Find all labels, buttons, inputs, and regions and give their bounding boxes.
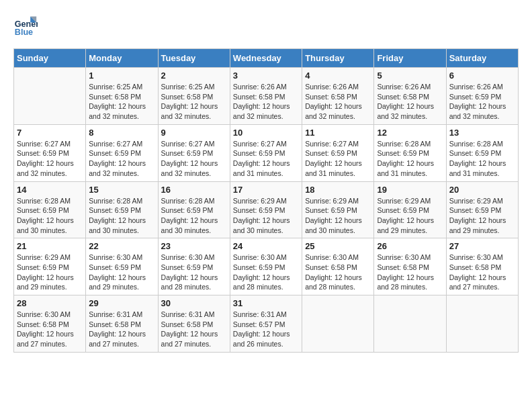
cell-5-1: 28Sunrise: 6:30 AM Sunset: 6:58 PM Dayli… xyxy=(14,295,86,353)
cell-info: Sunrise: 6:27 AM Sunset: 6:59 PM Dayligh… xyxy=(233,139,299,179)
header-sunday: Sunday xyxy=(14,49,86,68)
day-number: 22 xyxy=(89,241,154,251)
cell-2-5: 11Sunrise: 6:27 AM Sunset: 6:59 PM Dayli… xyxy=(302,124,374,181)
cell-info: Sunrise: 6:30 AM Sunset: 6:59 PM Dayligh… xyxy=(161,253,227,292)
day-number: 17 xyxy=(233,185,299,195)
page-header: General Blue xyxy=(13,13,519,38)
cell-4-1: 21Sunrise: 6:29 AM Sunset: 6:59 PM Dayli… xyxy=(14,238,86,295)
cell-info: Sunrise: 6:27 AM Sunset: 6:59 PM Dayligh… xyxy=(161,139,227,179)
day-number: 4 xyxy=(305,71,371,81)
cell-info: Sunrise: 6:26 AM Sunset: 6:58 PM Dayligh… xyxy=(377,82,443,122)
cell-4-2: 22Sunrise: 6:30 AM Sunset: 6:59 PM Dayli… xyxy=(86,238,158,295)
cell-5-7 xyxy=(446,295,518,353)
cell-info: Sunrise: 6:25 AM Sunset: 6:58 PM Dayligh… xyxy=(161,82,227,122)
header-tuesday: Tuesday xyxy=(158,49,230,68)
cell-info: Sunrise: 6:28 AM Sunset: 6:59 PM Dayligh… xyxy=(89,196,154,236)
header-friday: Friday xyxy=(374,49,446,68)
cell-info: Sunrise: 6:29 AM Sunset: 6:59 PM Dayligh… xyxy=(449,196,515,236)
day-number: 5 xyxy=(377,71,443,81)
cell-1-4: 3Sunrise: 6:26 AM Sunset: 6:58 PM Daylig… xyxy=(230,68,302,125)
cell-info: Sunrise: 6:28 AM Sunset: 6:59 PM Dayligh… xyxy=(161,196,227,236)
week-row-4: 21Sunrise: 6:29 AM Sunset: 6:59 PM Dayli… xyxy=(14,238,519,295)
day-number: 16 xyxy=(161,185,227,195)
calendar-table: SundayMondayTuesdayWednesdayThursdayFrid… xyxy=(13,48,519,353)
cell-3-7: 20Sunrise: 6:29 AM Sunset: 6:59 PM Dayli… xyxy=(446,181,518,238)
cell-4-7: 27Sunrise: 6:30 AM Sunset: 6:58 PM Dayli… xyxy=(446,238,518,295)
day-number: 19 xyxy=(377,185,443,195)
day-number: 28 xyxy=(17,298,83,308)
header-thursday: Thursday xyxy=(302,49,374,68)
day-number: 15 xyxy=(89,185,154,195)
day-number: 10 xyxy=(233,128,299,138)
day-number: 31 xyxy=(233,298,299,308)
cell-1-2: 1Sunrise: 6:25 AM Sunset: 6:58 PM Daylig… xyxy=(86,68,158,125)
cell-1-6: 5Sunrise: 6:26 AM Sunset: 6:58 PM Daylig… xyxy=(374,68,446,125)
header-saturday: Saturday xyxy=(446,49,518,68)
cell-info: Sunrise: 6:30 AM Sunset: 6:58 PM Dayligh… xyxy=(17,310,83,349)
svg-text:Blue: Blue xyxy=(15,28,33,37)
day-number: 30 xyxy=(161,298,227,308)
day-number: 3 xyxy=(233,71,299,81)
cell-info: Sunrise: 6:26 AM Sunset: 6:59 PM Dayligh… xyxy=(449,82,515,122)
cell-2-4: 10Sunrise: 6:27 AM Sunset: 6:59 PM Dayli… xyxy=(230,124,302,181)
cell-info: Sunrise: 6:28 AM Sunset: 6:59 PM Dayligh… xyxy=(449,139,515,179)
cell-info: Sunrise: 6:25 AM Sunset: 6:58 PM Dayligh… xyxy=(89,82,154,122)
cell-info: Sunrise: 6:30 AM Sunset: 6:58 PM Dayligh… xyxy=(305,253,371,292)
day-number: 1 xyxy=(89,71,154,81)
day-number: 25 xyxy=(305,241,371,251)
cell-info: Sunrise: 6:29 AM Sunset: 6:59 PM Dayligh… xyxy=(17,253,83,292)
cell-info: Sunrise: 6:29 AM Sunset: 6:59 PM Dayligh… xyxy=(305,196,371,236)
cell-3-3: 16Sunrise: 6:28 AM Sunset: 6:59 PM Dayli… xyxy=(158,181,230,238)
day-number: 26 xyxy=(377,241,443,251)
cell-info: Sunrise: 6:26 AM Sunset: 6:58 PM Dayligh… xyxy=(233,82,299,122)
cell-info: Sunrise: 6:31 AM Sunset: 6:58 PM Dayligh… xyxy=(89,310,154,349)
day-number: 27 xyxy=(449,241,515,251)
day-number: 8 xyxy=(89,128,154,138)
calendar-header-row: SundayMondayTuesdayWednesdayThursdayFrid… xyxy=(14,49,519,68)
cell-5-5 xyxy=(302,295,374,353)
day-number: 7 xyxy=(17,128,83,138)
header-monday: Monday xyxy=(86,49,158,68)
cell-5-4: 31Sunrise: 6:31 AM Sunset: 6:57 PM Dayli… xyxy=(230,295,302,353)
cell-info: Sunrise: 6:26 AM Sunset: 6:58 PM Dayligh… xyxy=(305,82,371,122)
cell-3-5: 18Sunrise: 6:29 AM Sunset: 6:59 PM Dayli… xyxy=(302,181,374,238)
cell-4-6: 26Sunrise: 6:30 AM Sunset: 6:58 PM Dayli… xyxy=(374,238,446,295)
cell-info: Sunrise: 6:27 AM Sunset: 6:59 PM Dayligh… xyxy=(305,139,371,179)
day-number: 2 xyxy=(161,71,227,81)
cell-5-6 xyxy=(374,295,446,353)
week-row-2: 7Sunrise: 6:27 AM Sunset: 6:59 PM Daylig… xyxy=(14,124,519,181)
cell-4-5: 25Sunrise: 6:30 AM Sunset: 6:58 PM Dayli… xyxy=(302,238,374,295)
day-number: 14 xyxy=(17,185,83,195)
cell-info: Sunrise: 6:27 AM Sunset: 6:59 PM Dayligh… xyxy=(17,139,83,179)
cell-2-3: 9Sunrise: 6:27 AM Sunset: 6:59 PM Daylig… xyxy=(158,124,230,181)
cell-4-4: 24Sunrise: 6:30 AM Sunset: 6:59 PM Dayli… xyxy=(230,238,302,295)
cell-info: Sunrise: 6:30 AM Sunset: 6:59 PM Dayligh… xyxy=(233,253,299,292)
cell-3-6: 19Sunrise: 6:29 AM Sunset: 6:59 PM Dayli… xyxy=(374,181,446,238)
cell-info: Sunrise: 6:28 AM Sunset: 6:59 PM Dayligh… xyxy=(377,139,443,179)
day-number: 21 xyxy=(17,241,83,251)
cell-info: Sunrise: 6:29 AM Sunset: 6:59 PM Dayligh… xyxy=(377,196,443,236)
logo-icon: General Blue xyxy=(13,13,38,38)
week-row-5: 28Sunrise: 6:30 AM Sunset: 6:58 PM Dayli… xyxy=(14,295,519,353)
header-wednesday: Wednesday xyxy=(230,49,302,68)
cell-info: Sunrise: 6:31 AM Sunset: 6:58 PM Dayligh… xyxy=(161,310,227,349)
cell-3-4: 17Sunrise: 6:29 AM Sunset: 6:59 PM Dayli… xyxy=(230,181,302,238)
cell-info: Sunrise: 6:28 AM Sunset: 6:59 PM Dayligh… xyxy=(17,196,83,236)
cell-2-6: 12Sunrise: 6:28 AM Sunset: 6:59 PM Dayli… xyxy=(374,124,446,181)
calendar-body: 1Sunrise: 6:25 AM Sunset: 6:58 PM Daylig… xyxy=(14,68,519,353)
cell-2-7: 13Sunrise: 6:28 AM Sunset: 6:59 PM Dayli… xyxy=(446,124,518,181)
cell-1-3: 2Sunrise: 6:25 AM Sunset: 6:58 PM Daylig… xyxy=(158,68,230,125)
cell-info: Sunrise: 6:29 AM Sunset: 6:59 PM Dayligh… xyxy=(233,196,299,236)
day-number: 29 xyxy=(89,298,154,308)
cell-1-7: 6Sunrise: 6:26 AM Sunset: 6:59 PM Daylig… xyxy=(446,68,518,125)
cell-3-2: 15Sunrise: 6:28 AM Sunset: 6:59 PM Dayli… xyxy=(86,181,158,238)
cell-5-3: 30Sunrise: 6:31 AM Sunset: 6:58 PM Dayli… xyxy=(158,295,230,353)
day-number: 11 xyxy=(305,128,371,138)
cell-info: Sunrise: 6:30 AM Sunset: 6:58 PM Dayligh… xyxy=(377,253,443,292)
cell-info: Sunrise: 6:27 AM Sunset: 6:59 PM Dayligh… xyxy=(89,139,154,179)
cell-info: Sunrise: 6:30 AM Sunset: 6:59 PM Dayligh… xyxy=(89,253,154,292)
cell-5-2: 29Sunrise: 6:31 AM Sunset: 6:58 PM Dayli… xyxy=(86,295,158,353)
cell-4-3: 23Sunrise: 6:30 AM Sunset: 6:59 PM Dayli… xyxy=(158,238,230,295)
day-number: 20 xyxy=(449,185,515,195)
week-row-3: 14Sunrise: 6:28 AM Sunset: 6:59 PM Dayli… xyxy=(14,181,519,238)
